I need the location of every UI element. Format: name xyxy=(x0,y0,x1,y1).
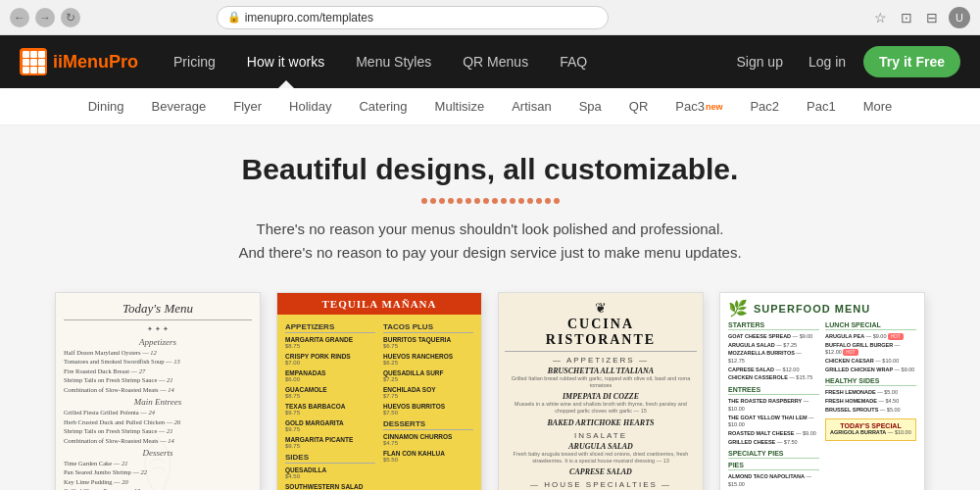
subnav-holiday[interactable]: Holiday xyxy=(275,88,345,125)
list-item: Mussels in a white wine and shallots bro… xyxy=(505,401,697,415)
list-item: ARUGULA PEA — $9.00 HOT xyxy=(825,333,916,341)
card4-special: TODAY'S SPECIAL AGRIGOLA BURRATA — $10.0… xyxy=(825,418,916,442)
list-item: Fresh baby arugula tossed with sliced re… xyxy=(505,451,697,465)
hero-title: Beautiful designs, all customizable. xyxy=(20,153,960,186)
nav-pricing[interactable]: Pricing xyxy=(158,35,231,88)
subnav-multisize[interactable]: Multisize xyxy=(421,88,499,125)
list-item: ARUGULA SALAD xyxy=(505,442,697,451)
list-item: MARGARITA PICANTE$9.75 xyxy=(285,436,375,449)
list-item: EMPANADAS$6.00 xyxy=(285,369,375,382)
avatar[interactable]: U xyxy=(949,7,970,28)
card1-section-appetizers: Appetizers xyxy=(64,337,252,347)
list-item: HUEVOS RANCHEROS$6.25 xyxy=(383,353,473,366)
sign-up-link[interactable]: Sign up xyxy=(728,54,790,70)
back-button[interactable]: ← xyxy=(10,8,29,27)
address-bar[interactable]: 🔒 imenupro.com/templates xyxy=(217,6,609,29)
hero-dots xyxy=(20,198,960,204)
star-icon[interactable]: ☆ xyxy=(872,9,890,26)
card2-header: TEQUILA MAÑANA xyxy=(277,293,481,315)
card3-ornament: ❦ xyxy=(505,301,697,315)
subnav-flyer[interactable]: Flyer xyxy=(220,88,275,125)
card2-col1: APPETIZERS MARGARITA GRANDE$8.75 CRISPY … xyxy=(285,322,375,490)
list-item: Herb Crusted Duck and Pulled Chicken — 2… xyxy=(64,418,252,426)
list-item: FRESH HOMEMADE — $4.50 xyxy=(825,398,916,406)
list-item: BRUSCHETTA ALL'ITALIANA xyxy=(505,367,697,375)
logo-text: iiMenuPro xyxy=(53,52,138,73)
subnav-catering[interactable]: Catering xyxy=(345,88,420,125)
list-item: ROASTED MALT CHEESE — $9.00 xyxy=(728,430,819,438)
list-item: Grilled Italian bread rubbed with garlic… xyxy=(505,375,697,389)
list-item: GRILLED CHEESE — $7.50 xyxy=(728,439,819,447)
list-item: CINNAMON CHURROS$4.75 xyxy=(383,433,473,446)
refresh-button[interactable]: ↻ xyxy=(61,8,80,27)
list-item: Combination of Slow-Roasted Meats — 14 xyxy=(64,386,252,394)
card4-specialty-title: Specialty Pies xyxy=(728,450,819,459)
subnav-pac1[interactable]: Pac1 xyxy=(793,88,850,125)
list-item: TEXAS BARBACOA$9.75 xyxy=(285,403,375,416)
list-item: MOZZARELLA BURRITOS — $12.75 xyxy=(728,350,819,365)
list-item: FLAN CON KAHLUA$5.50 xyxy=(383,450,473,463)
card2-header-text: TEQUILA MAÑANA xyxy=(281,298,477,310)
list-item: CAPRESE SALAD — $12.00 xyxy=(728,367,819,374)
list-item: ENCHILADA SOY$7.75 xyxy=(383,386,473,399)
list-item: FRESH LEMONADE — $5.00 xyxy=(825,389,916,397)
list-item: BAKED ARTICHOKE HEARTS xyxy=(505,418,697,427)
list-item: Half Dozen Maryland Oysters — 12 xyxy=(64,349,252,357)
menu-card-todays-menu[interactable]: Today's Menu ✦ ✦ ✦ Appetizers Half Dozen… xyxy=(55,292,261,490)
nav-faq[interactable]: FAQ xyxy=(544,35,603,88)
forward-button[interactable]: → xyxy=(35,8,55,27)
profile-icon[interactable]: ⊟ xyxy=(923,9,941,26)
try-free-button[interactable]: Try it Free xyxy=(863,46,960,77)
menu-card-tequila[interactable]: TEQUILA MAÑANA APPETIZERS MARGARITA GRAN… xyxy=(276,292,482,490)
list-item: CHICKEN CAESAR — $10.00 xyxy=(825,358,916,366)
list-item: GOAT CHEESE SPREAD — $9.00 xyxy=(728,333,819,341)
main-nav: iiMenuPro Pricing How it works Menu Styl… xyxy=(0,35,980,88)
list-item: ARUGULA SALAD — $7.25 xyxy=(728,342,819,350)
card2-sides-title: SIDES xyxy=(285,453,375,464)
menu-card-cucina[interactable]: ❦ CUCINARISTORANTE — APPETIZERS — BRUSCH… xyxy=(498,292,704,490)
card4-header: 🌿 SUPERFOOD MENU xyxy=(728,299,916,318)
card4-entrees-title: Entrees xyxy=(728,386,819,395)
card4-lunch-title: Lunch Special xyxy=(825,321,916,330)
list-item: MARGARITA GRANDE$8.75 xyxy=(285,336,375,349)
subnav-pac2[interactable]: Pac2 xyxy=(736,88,793,125)
menu-card-superfood[interactable]: 🌿 SUPERFOOD MENU Starters GOAT CHEESE SP… xyxy=(719,292,925,490)
extensions-icon[interactable]: ⊡ xyxy=(898,9,915,26)
subnav-qr[interactable]: QR xyxy=(615,88,662,125)
nav-how-it-works[interactable]: How it works xyxy=(231,35,340,88)
logo: iiMenuPro xyxy=(20,48,138,75)
list-item: GRILLED CHICKEN WRAP — $9.00 xyxy=(825,367,916,374)
card1-title: Today's Menu xyxy=(64,301,252,320)
subnav-beverage[interactable]: Beverage xyxy=(138,88,220,125)
list-item: Shrimp Tails on Fresh Shrimp Sauce — 21 xyxy=(64,376,252,384)
hero-subtitle-1: There's no reason your menus shouldn't l… xyxy=(20,218,960,241)
new-badge: new xyxy=(706,102,723,112)
browser-icons: ☆ ⊡ ⊟ U xyxy=(872,7,970,28)
subnav-spa[interactable]: Spa xyxy=(565,88,615,125)
card1-ornament: ✦ ✦ ✦ xyxy=(64,325,252,333)
subnav-artisan[interactable]: Artisan xyxy=(498,88,564,125)
list-item: QUESADILLA$4.50 xyxy=(285,466,375,479)
browser-controls: ← → ↻ xyxy=(10,8,80,27)
nav-links: Pricing How it works Menu Styles QR Menu… xyxy=(158,35,728,88)
card2-appetizers-title: APPETIZERS xyxy=(285,322,375,333)
list-item: BURRITOS TAQUERIA$6.75 xyxy=(383,336,473,349)
list-item: THE ROASTED RASPBERRY — $10.00 xyxy=(728,398,819,413)
card4-col-lunch: Lunch Special ARUGULA PEA — $9.00 HOT BU… xyxy=(825,321,916,490)
card2-desserts-title: Desserts xyxy=(383,419,473,430)
hero-subtitle-2: And there's no reason to pay your design… xyxy=(20,241,960,265)
list-item: GOLD MARGARITA$9.75 xyxy=(285,419,375,432)
logo-icon xyxy=(20,48,47,75)
card4-title: SUPERFOOD MENU xyxy=(754,303,870,315)
card1-watermark xyxy=(128,433,187,490)
subnav-dining[interactable]: Dining xyxy=(74,88,138,125)
log-in-link[interactable]: Log in xyxy=(801,54,854,70)
hero-section: Beautiful designs, all customizable. The… xyxy=(0,125,980,282)
subnav-more[interactable]: More xyxy=(850,88,906,125)
card4-body: Starters GOAT CHEESE SPREAD — $9.00 ARUG… xyxy=(728,321,916,490)
subnav-pac3[interactable]: Pac3new xyxy=(662,88,736,125)
list-item: Tomatoes and Smoked Swordfish Soup — 13 xyxy=(64,358,252,366)
nav-menu-styles[interactable]: Menu Styles xyxy=(340,35,447,88)
list-item: HUEVOS BURRITOS$7.50 xyxy=(383,403,473,416)
nav-qr-menus[interactable]: QR Menus xyxy=(447,35,544,88)
